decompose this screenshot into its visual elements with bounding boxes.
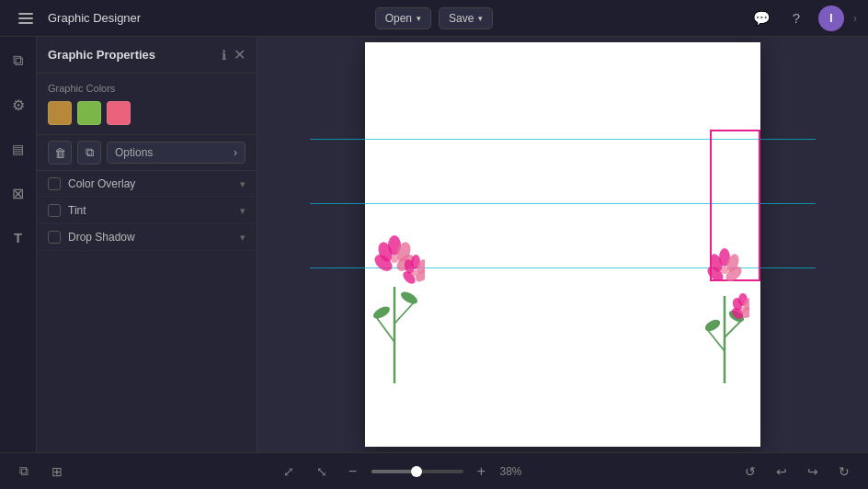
flower-right [699,241,749,392]
swatch-green[interactable] [77,101,101,125]
properties-panel: Graphic Properties ℹ ✕ Graphic Colors 🗑 … [37,37,257,452]
sidebar-item-layers[interactable]: ⧉ [4,46,33,75]
canvas-white [365,42,760,447]
toolbar-row: 🗑 ⧉ Options › [37,135,257,171]
svg-point-20 [703,317,723,334]
zoom-in-button[interactable]: + [471,461,493,483]
sidebar-icons: ⧉ ⚙ ▤ ⊠ T [0,37,37,452]
bottom-center: ⤢ ⤡ − + 38% [79,459,728,484]
svg-line-18 [706,328,725,351]
save-button[interactable]: Save ▾ [439,7,493,29]
hamburger-icon [18,13,33,24]
drop-shadow-checkbox[interactable] [48,231,61,244]
color-overlay-checkbox[interactable] [48,177,61,190]
canvas-container [365,42,760,447]
hamburger-menu[interactable] [11,4,40,33]
color-overlay-row[interactable]: Color Overlay ▾ [37,171,257,198]
panel-close-button[interactable]: ✕ [234,46,246,63]
drop-shadow-caret-icon: ▾ [240,232,246,244]
panel-header: Graphic Properties ℹ ✕ [37,37,257,74]
zoom-percent: 38% [500,465,532,478]
comment-icon[interactable]: 💬 [748,6,774,31]
bottom-left: ⧉ ⊞ [11,459,70,484]
guide-line-middle [310,203,816,204]
zoom-slider-track [371,470,413,473]
sidebar-item-apps[interactable]: ⊠ [4,178,33,208]
topbar-left: Graphic Designer [11,4,375,33]
open-caret-icon: ▾ [417,14,421,23]
grid-toggle-button[interactable]: ⊞ [44,459,70,484]
drop-shadow-label: Drop Shadow [68,231,233,244]
options-caret-icon: › [234,146,237,159]
duplicate-button[interactable]: ⧉ [77,141,101,165]
topbar: Graphic Designer Open ▾ Save ▾ 💬 ? I › [0,0,868,37]
svg-line-2 [394,301,416,324]
layers-toggle-button[interactable]: ⧉ [11,459,37,484]
open-button[interactable]: Open ▾ [375,7,431,29]
color-swatches [48,101,246,125]
resize-button[interactable]: ⤡ [309,459,335,484]
topbar-center: Open ▾ Save ▾ [375,7,494,29]
options-button[interactable]: Options › [107,142,246,164]
drop-shadow-row[interactable]: Drop Shadow ▾ [37,224,257,251]
avatar[interactable]: I [818,6,844,31]
color-overlay-caret-icon: ▾ [240,178,246,190]
canvas-area[interactable] [257,37,868,452]
zoom-slider[interactable] [371,470,463,473]
sidebar-item-layout[interactable]: ▤ [4,134,33,164]
zoom-out-button[interactable]: − [342,461,364,483]
bottom-right: ↺ ↩ ↪ ↻ [737,459,857,484]
colors-label: Graphic Colors [48,83,246,94]
panel-title: Graphic Properties [48,48,214,62]
history-button[interactable]: ↻ [831,459,857,484]
tint-row[interactable]: Tint ▾ [37,198,257,224]
fit-page-button[interactable]: ⤢ [276,459,302,484]
sidebar-item-settings[interactable]: ⚙ [4,90,33,119]
swatch-pink[interactable] [107,101,131,125]
save-caret-icon: ▾ [478,14,483,23]
tint-caret-icon: ▾ [240,205,246,217]
svg-point-4 [399,290,419,307]
refresh-button[interactable]: ↺ [737,459,763,484]
svg-point-3 [371,304,392,322]
main-area: ⧉ ⚙ ▤ ⊠ T Graphic Properties ℹ ✕ Graphic… [0,37,868,452]
tint-checkbox[interactable] [48,204,61,217]
undo-button[interactable]: ↩ [769,459,794,484]
guide-line-top [310,139,816,140]
color-overlay-label: Color Overlay [68,177,233,190]
help-icon[interactable]: ? [783,6,809,31]
graphic-colors-section: Graphic Colors [37,74,257,135]
app-title: Graphic Designer [48,11,141,25]
info-icon[interactable]: ℹ [222,48,226,63]
tint-label: Tint [68,204,233,217]
sidebar-item-text[interactable]: T [4,222,33,252]
delete-button[interactable]: 🗑 [48,141,72,165]
swatch-gold[interactable] [48,101,72,125]
redo-button[interactable]: ↪ [800,459,826,484]
topbar-right: 💬 ? I › [493,6,857,31]
topbar-chevron-icon[interactable]: › [853,12,857,25]
zoom-slider-thumb [411,466,422,477]
flower-left [365,213,425,392]
bottombar: ⧉ ⊞ ⤢ ⤡ − + 38% ↺ ↩ ↪ ↻ [0,452,868,489]
